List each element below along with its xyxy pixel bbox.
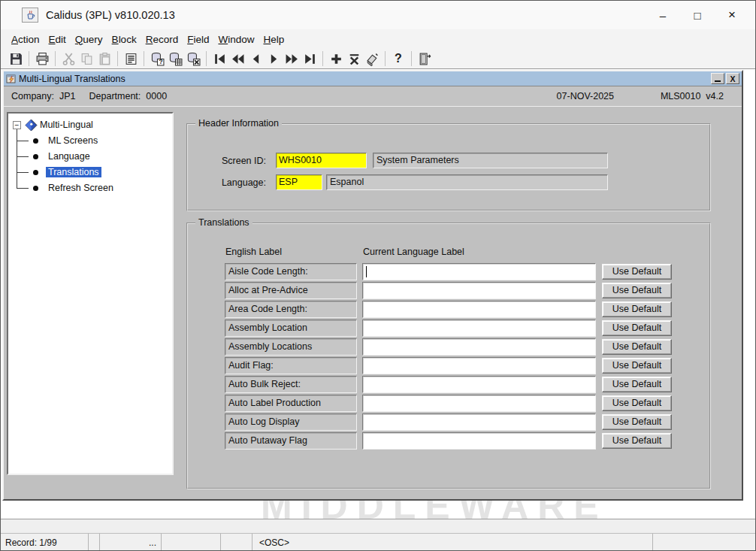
current-language-input[interactable] bbox=[362, 301, 596, 318]
english-label-cell: Audit Flag: bbox=[225, 357, 357, 374]
use-default-button[interactable]: Use Default bbox=[602, 283, 672, 298]
status-cell-dots: ... bbox=[100, 534, 162, 551]
translations-rows: Aisle Code Length: Use Default Alloc at … bbox=[188, 263, 709, 451]
minimize-button[interactable]: – bbox=[646, 1, 680, 29]
menu-item[interactable]: Window bbox=[213, 32, 259, 47]
menu-item[interactable]: Action bbox=[7, 32, 44, 47]
language-input[interactable]: ESP bbox=[276, 174, 322, 190]
english-label-cell: Auto Label Production bbox=[225, 395, 357, 412]
use-default-button[interactable]: Use Default bbox=[602, 377, 672, 392]
tree-item[interactable]: Refresh Screen bbox=[8, 180, 172, 196]
language-name-field: Espanol bbox=[326, 174, 608, 190]
menu-item[interactable]: Query bbox=[71, 32, 107, 47]
previous-record-icon[interactable] bbox=[246, 50, 265, 67]
english-label-cell: Area Code Length: bbox=[225, 301, 357, 318]
exit-icon[interactable] bbox=[416, 50, 434, 67]
tree-item-label[interactable]: ML Screens bbox=[46, 135, 100, 146]
copy-icon[interactable] bbox=[77, 50, 95, 67]
screen-id-input[interactable]: WHS0010 bbox=[276, 153, 367, 168]
translation-row: Area Code Length: Use Default bbox=[188, 301, 709, 319]
tree-item[interactable]: ML Screens bbox=[8, 133, 172, 149]
translation-row: Aisle Code Length: Use Default bbox=[188, 263, 709, 282]
use-default-button[interactable]: Use Default bbox=[602, 358, 672, 374]
use-default-button[interactable]: Use Default bbox=[602, 433, 672, 449]
maximize-button[interactable]: □ bbox=[680, 1, 715, 29]
title-bar: Calidus (3PL) v810.020.13 – □ × bbox=[1, 1, 755, 29]
save-icon[interactable] bbox=[7, 50, 25, 67]
current-language-input[interactable] bbox=[362, 413, 596, 431]
current-language-column-header: Current Language Label bbox=[363, 247, 464, 257]
tree-item-label[interactable]: Translations bbox=[46, 167, 101, 177]
tree-item[interactable]: Translations bbox=[8, 165, 172, 180]
execute-query-icon[interactable] bbox=[166, 50, 184, 67]
tree-root-label[interactable]: Multi-Lingual bbox=[40, 120, 93, 130]
tree-item[interactable]: Language bbox=[8, 149, 172, 165]
toolbar-separator bbox=[411, 51, 412, 66]
first-record-icon[interactable] bbox=[210, 50, 228, 67]
form-close-button[interactable]: X bbox=[726, 73, 739, 84]
current-language-input[interactable] bbox=[362, 282, 596, 299]
translation-row: Auto Label Production Use Default bbox=[188, 395, 709, 413]
toolbar-separator bbox=[29, 51, 29, 66]
print-icon[interactable] bbox=[33, 50, 51, 67]
current-language-input[interactable] bbox=[362, 395, 596, 412]
menu-item[interactable]: Record bbox=[141, 32, 183, 47]
osc-cell: <OSC> bbox=[253, 534, 653, 551]
form-title: Multi-Lingual Translations bbox=[19, 74, 125, 84]
edit-field-icon[interactable] bbox=[122, 50, 140, 67]
next-record-icon[interactable] bbox=[265, 50, 283, 67]
current-language-input[interactable] bbox=[362, 319, 596, 337]
form-window: Multi-Lingual Translations X Company: JP… bbox=[2, 70, 743, 501]
menu-item[interactable]: Block bbox=[107, 32, 141, 47]
use-default-button[interactable]: Use Default bbox=[602, 301, 672, 317]
tree-item-label[interactable]: Language bbox=[46, 151, 92, 162]
translation-row: Audit Flag: Use Default bbox=[188, 357, 709, 376]
use-default-button[interactable]: Use Default bbox=[602, 320, 672, 336]
current-language-input[interactable] bbox=[362, 432, 596, 450]
tree-root-row[interactable]: − Multi-Lingual bbox=[8, 117, 172, 133]
status-cell-empty-4 bbox=[653, 534, 755, 551]
tree-bullet-icon bbox=[33, 170, 38, 175]
form-minimize-button[interactable] bbox=[711, 73, 724, 84]
toolbar: ? bbox=[1, 49, 755, 69]
screen-id-label: Screen ID: bbox=[209, 156, 266, 166]
use-default-button[interactable]: Use Default bbox=[602, 264, 672, 280]
current-language-input[interactable] bbox=[362, 357, 596, 374]
next-block-icon[interactable] bbox=[283, 50, 301, 67]
tree-item-label[interactable]: Refresh Screen bbox=[46, 183, 116, 193]
cut-icon[interactable] bbox=[59, 50, 77, 67]
record-count-cell: Record: 1/99 bbox=[1, 534, 89, 551]
status-bar: Record: 1/99 ... <OSC> bbox=[1, 534, 755, 551]
paste-icon[interactable] bbox=[95, 50, 113, 67]
delete-record-icon[interactable] bbox=[345, 50, 363, 67]
use-default-button[interactable]: Use Default bbox=[602, 395, 672, 411]
tree-connector-stub bbox=[17, 172, 29, 173]
translation-row: Auto Putaway Flag Use Default bbox=[188, 432, 709, 451]
menu-item[interactable]: Edit bbox=[44, 32, 71, 47]
tree-connector-stub bbox=[17, 141, 29, 141]
close-button[interactable]: × bbox=[715, 1, 749, 29]
current-language-input[interactable] bbox=[362, 263, 596, 280]
toolbar-separator bbox=[206, 51, 207, 66]
window-controls: – □ × bbox=[646, 1, 755, 29]
current-language-input[interactable] bbox=[362, 376, 596, 393]
use-default-button[interactable]: Use Default bbox=[602, 339, 672, 355]
menu-item[interactable]: Help bbox=[259, 32, 289, 47]
enter-query-icon[interactable]: ? bbox=[148, 50, 166, 67]
form-info-bar: Company: JP1 Department: 0000 07-NOV-202… bbox=[4, 86, 742, 107]
translation-row: Alloc at Pre-Advice Use Default bbox=[188, 282, 709, 301]
menu-item[interactable]: Field bbox=[183, 32, 213, 47]
status-cell-empty-3 bbox=[221, 534, 253, 551]
use-default-button[interactable]: Use Default bbox=[602, 414, 672, 430]
current-language-input[interactable] bbox=[362, 338, 596, 356]
translation-row: Auto Log Display Use Default bbox=[188, 413, 709, 432]
english-label-cell: Assembly Locations bbox=[225, 338, 357, 356]
collapse-toggle[interactable]: − bbox=[13, 121, 21, 129]
help-icon[interactable]: ? bbox=[389, 50, 407, 67]
previous-block-icon[interactable] bbox=[228, 50, 246, 67]
cancel-query-icon[interactable] bbox=[184, 50, 202, 67]
form-window-icon bbox=[6, 74, 17, 84]
last-record-icon[interactable] bbox=[301, 50, 319, 67]
lock-record-icon[interactable] bbox=[363, 50, 381, 67]
insert-record-icon[interactable] bbox=[327, 50, 345, 67]
